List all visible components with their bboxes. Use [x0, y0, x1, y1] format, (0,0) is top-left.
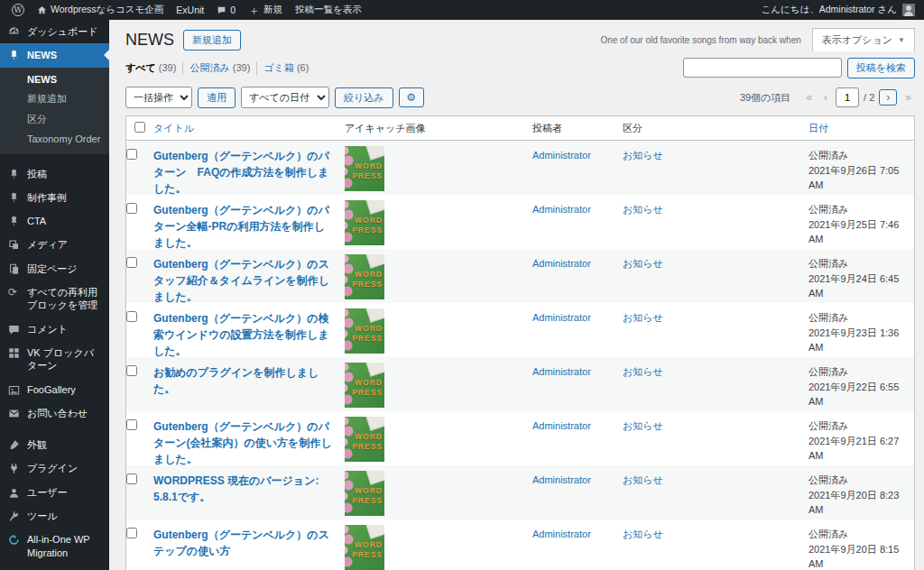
post-status: 公開済み — [808, 148, 905, 163]
sidebar-item-posts[interactable]: 投稿 — [0, 162, 109, 186]
column-date[interactable]: 日付 — [808, 122, 914, 135]
sidebar-item-cta[interactable]: CTA — [0, 209, 109, 233]
exunit-menu[interactable]: ExUnit — [170, 0, 210, 20]
bulk-action-select[interactable]: 一括操作 — [125, 87, 192, 108]
row-checkbox[interactable] — [126, 528, 137, 538]
row-checkbox[interactable] — [126, 419, 137, 430]
sidebar-item-media[interactable]: メディア — [0, 233, 109, 256]
sidebar-item-comments[interactable]: コメント — [0, 317, 109, 341]
category-link[interactable]: お知らせ — [623, 204, 663, 215]
sidebar-item-vk-patterns[interactable]: VK ブロックパターン — [0, 341, 109, 378]
site-name-label: Wordpressならコスモ企画 — [51, 4, 163, 16]
post-title-link[interactable]: Gutenberg（グーテンベルク）のパターン FAQの作成方法を制作しました。 — [153, 148, 336, 197]
row-checkbox[interactable] — [126, 149, 137, 160]
post-title-link[interactable]: Gutenberg（グーテンベルク）のスタッフ紹介＆タイムラインを制作しました。 — [153, 256, 336, 305]
sidebar-item-works[interactable]: 制作事例 — [0, 186, 109, 209]
search-input[interactable] — [683, 58, 842, 78]
wordpress-menu[interactable]: W — [5, 0, 31, 20]
sidebar-item-settings[interactable]: 設定 — [0, 565, 109, 570]
sidebar-item-plugins[interactable]: プラグイン — [0, 456, 109, 480]
view-trash[interactable]: ゴミ箱 (6) — [257, 61, 315, 75]
author-link[interactable]: Administrator — [532, 529, 591, 539]
post-title-link[interactable]: Gutenberg（グーテンベルク）のパターン(会社案内）の使い方を制作しました… — [153, 418, 336, 467]
site-name-link[interactable]: Wordpressならコスモ企画 — [31, 0, 170, 20]
sidebar-item-contact[interactable]: お問い合わせ — [0, 401, 109, 425]
row-checkbox[interactable] — [126, 365, 137, 376]
column-title[interactable]: タイトル — [153, 122, 345, 135]
next-page-button[interactable]: › — [879, 89, 897, 106]
post-title-link[interactable]: Gutenberg（グーテンベルク）のパターン全幅-PRの利用方法を制作しました… — [153, 202, 336, 251]
submenu-item-taxonomy-order[interactable]: Taxonomy Order — [0, 130, 109, 148]
category-link[interactable]: お知らせ — [623, 150, 663, 161]
post-status: 公開済み — [808, 364, 905, 380]
featured-image-thumbnail[interactable]: WORDPRESS — [345, 308, 384, 354]
comments-link[interactable]: 0 — [210, 0, 242, 20]
category-link[interactable]: お知らせ — [623, 529, 663, 539]
featured-image-thumbnail[interactable]: WORDPRESS — [345, 417, 384, 462]
select-all-checkbox[interactable] — [134, 122, 145, 133]
sidebar-item-news[interactable]: NEWS — [0, 43, 109, 67]
featured-image-thumbnail[interactable]: WORDPRESS — [345, 146, 384, 191]
featured-image-thumbnail[interactable]: WORDPRESS — [345, 200, 384, 245]
post-title-link[interactable]: WORDPRESS 現在のバージョン: 5.8.1です。 — [153, 473, 336, 505]
category-link[interactable]: お知らせ — [623, 420, 663, 431]
sidebar-item-tools[interactable]: ツール — [0, 504, 109, 528]
author-link[interactable]: Administrator — [532, 474, 591, 485]
post-title-link[interactable]: お勧めのプラグインを制作しました。 — [153, 364, 336, 397]
sidebar-item-dashboard[interactable]: ダッシュボード — [0, 20, 109, 43]
sidebar-item-appearance[interactable]: 外観 — [0, 433, 109, 456]
gear-button[interactable]: ⚙ — [399, 87, 424, 107]
prev-page-icon: ‹ — [820, 91, 831, 104]
author-link[interactable]: Administrator — [532, 150, 591, 161]
sidebar-item-foogallery[interactable]: FooGallery — [0, 378, 109, 401]
screen-options-button[interactable]: 表示オプション ▼ — [812, 28, 915, 51]
author-link[interactable]: Administrator — [532, 312, 591, 323]
current-page-input[interactable] — [836, 87, 859, 107]
row-checkbox[interactable] — [126, 311, 137, 322]
chevron-down-icon: ▼ — [898, 36, 905, 44]
featured-image-thumbnail[interactable]: WORDPRESS — [345, 363, 384, 408]
table-row: Gutenberg（グーテンベルク）の検索ウインドウの設置方法を制作しました。 … — [126, 303, 914, 357]
sidebar-item-label: コメント — [27, 323, 68, 336]
category-link[interactable]: お知らせ — [623, 474, 663, 485]
gallery-icon — [8, 384, 20, 396]
sidebar-item-pages[interactable]: 固定ページ — [0, 257, 109, 280]
post-title-link[interactable]: Gutenberg（グーテンベルク）の検索ウインドウの設置方法を制作しました。 — [153, 310, 336, 359]
sidebar-item-label: All-in-One WP Migration — [27, 533, 104, 559]
post-status: 公開済み — [808, 527, 905, 542]
category-link[interactable]: お知らせ — [623, 366, 663, 377]
search-posts-button[interactable]: 投稿を検索 — [847, 58, 915, 78]
category-link[interactable]: お知らせ — [623, 312, 663, 323]
category-link[interactable]: お知らせ — [623, 258, 663, 269]
post-title-link[interactable]: Gutenberg（グーテンベルク）のステップの使い方 — [153, 527, 336, 559]
date-filter-select[interactable]: すべての日付 — [241, 87, 329, 108]
add-new-button[interactable]: 新規追加 — [183, 30, 241, 51]
sidebar-item-aiowpm[interactable]: All-in-One WP Migration — [0, 528, 109, 565]
new-content-menu[interactable]: ＋ 新規 — [242, 0, 289, 20]
account-menu[interactable]: こんにちは、Administrator さん — [758, 4, 919, 16]
row-checkbox[interactable] — [126, 257, 137, 268]
apply-button[interactable]: 適用 — [198, 87, 236, 108]
featured-image-thumbnail[interactable]: WORDPRESS — [345, 254, 384, 299]
sidebar-item-reusable-blocks[interactable]: ⟳ すべての再利用ブロックを管理 — [0, 280, 109, 317]
screen-options-label: 表示オプション — [822, 33, 892, 47]
submenu-item-news-all[interactable]: NEWS — [0, 70, 109, 88]
view-published[interactable]: 公開済み (39) — [183, 61, 257, 75]
filter-button[interactable]: 絞り込み — [335, 87, 393, 108]
view-all[interactable]: すべて (39) — [125, 61, 183, 75]
author-link[interactable]: Administrator — [532, 366, 591, 377]
sidebar-item-label: ダッシュボード — [27, 25, 98, 38]
author-link[interactable]: Administrator — [532, 420, 591, 431]
author-link[interactable]: Administrator — [532, 204, 591, 215]
featured-image-thumbnail[interactable]: WORDPRESS — [345, 471, 384, 516]
row-checkbox[interactable] — [126, 473, 137, 484]
row-checkbox[interactable] — [126, 203, 137, 214]
sidebar-item-label: ユーザー — [27, 486, 68, 499]
author-link[interactable]: Administrator — [532, 258, 591, 269]
submenu-item-taxonomy[interactable]: 区分 — [0, 109, 109, 130]
sidebar-item-label: 制作事例 — [27, 191, 67, 204]
sidebar-item-users[interactable]: ユーザー — [0, 481, 109, 504]
featured-image-thumbnail[interactable]: WORDPRESS — [345, 525, 384, 570]
view-posts-link[interactable]: 投稿一覧を表示 — [289, 0, 368, 20]
submenu-item-add-new[interactable]: 新規追加 — [0, 88, 109, 109]
